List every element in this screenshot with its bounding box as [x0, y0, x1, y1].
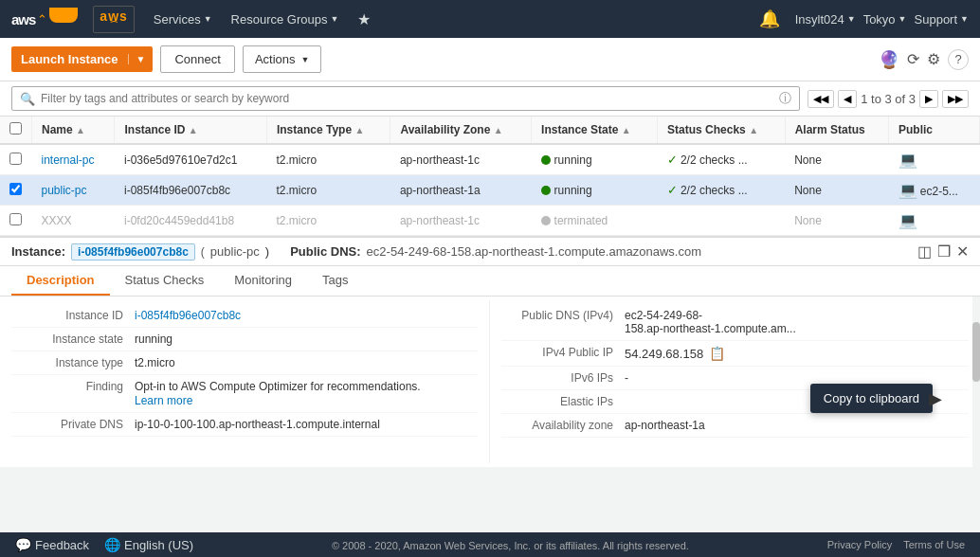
pagination-prev-button[interactable]: ◀: [838, 90, 857, 108]
pagination: ◀◀ ◀ 1 to 3 of 3 ▶ ▶▶: [808, 90, 969, 108]
grid-icon[interactable]: ◫: [917, 243, 932, 261]
table-section: Name ▲ Instance ID ▲ Instance Type ▲ Ava…: [0, 117, 980, 236]
launch-instance-dropdown-icon[interactable]: ▼: [128, 54, 154, 64]
help-icon[interactable]: ?: [948, 49, 969, 70]
row2-public: 💻 ec2-5...: [889, 175, 980, 206]
row1-name: internal-pc: [32, 144, 115, 175]
filter-help-icon[interactable]: ⓘ: [779, 90, 791, 107]
row3-instance-type: t2.micro: [266, 206, 390, 236]
col-instance-id-header[interactable]: Instance ID ▲: [115, 117, 266, 144]
dns-label: Public DNS:: [290, 244, 360, 259]
row2-az: ap-northeast-1a: [390, 175, 532, 206]
detail-label-finding: Finding: [11, 380, 135, 393]
language-icon: 🌐: [104, 537, 120, 552]
nav-support[interactable]: Support ▼: [915, 12, 969, 27]
tab-tags[interactable]: Tags: [307, 266, 363, 296]
footer: 💬 Feedback 🌐 English (US) © 2008 - 2020,…: [0, 532, 980, 557]
nav-resource-groups[interactable]: Resource Groups ▼: [226, 12, 345, 27]
table-row[interactable]: internal-pc i-036e5d97610e7d2c1 t2.micro…: [0, 144, 980, 175]
detail-value-public-dns: ec2-54-249-68-158.ap-northeast-1.compute…: [625, 309, 796, 335]
row3-instance-id: i-0fd20c4459edd41b8: [115, 206, 266, 236]
table-row[interactable]: public-pc i-085f4fb96e007cb8c t2.micro a…: [0, 175, 980, 206]
close-panel-icon[interactable]: ✕: [956, 243, 969, 261]
scrollbar-track[interactable]: [972, 296, 980, 467]
select-all-checkbox[interactable]: [9, 122, 22, 135]
row1-alarm: None: [785, 144, 888, 175]
copy-ipv4-icon[interactable]: 📋: [709, 346, 725, 361]
detail-label-instance-id: Instance ID: [11, 309, 135, 322]
detail-value-ipv6: -: [625, 371, 628, 385]
detail-row-finding: Finding Opt-in to AWS Compute Optimizer …: [11, 375, 478, 413]
row2-name: public-pc: [32, 175, 115, 206]
detail-label-az: Availability zone: [501, 419, 625, 432]
detail-value-finding: Opt-in to AWS Compute Optimizer for reco…: [135, 380, 478, 393]
top-nav: aws ⌃ aws ⁀ Services ▼ Resource Groups ▼…: [0, 0, 980, 38]
nav-bell[interactable]: 🔔: [752, 9, 788, 29]
nav-star[interactable]: ★: [352, 10, 376, 28]
row3-checkbox[interactable]: [0, 206, 32, 236]
actions-button[interactable]: Actions ▼: [243, 45, 322, 73]
details-panel: Instance ID i-085f4fb96e007cb8c Instance…: [0, 296, 980, 467]
col-status-header[interactable]: Status Checks ▲: [658, 117, 786, 144]
row1-status-checks: ✓ 2/2 checks ...: [658, 144, 786, 175]
copy-to-clipboard-tooltip: Copy to clipboard ▶: [810, 384, 933, 413]
nav-services[interactable]: Services ▼: [148, 12, 218, 27]
row2-instance-type: t2.micro: [266, 175, 390, 206]
row3-status-checks: [658, 206, 786, 236]
refresh-icon[interactable]: ⟳: [907, 50, 919, 68]
services-chevron-icon: ▼: [204, 14, 212, 24]
feedback-button[interactable]: 💬 Feedback: [15, 537, 89, 552]
row3-alarm: None: [785, 206, 888, 236]
row2-checkbox[interactable]: [0, 175, 32, 206]
connect-button[interactable]: Connect: [160, 45, 234, 73]
col-instance-type-header[interactable]: Instance Type ▲: [266, 117, 390, 144]
col-alarm-header[interactable]: Alarm Status: [785, 117, 888, 144]
user-chevron-icon: ▼: [847, 14, 856, 24]
row3-state: terminated: [532, 206, 658, 236]
tab-status-checks[interactable]: Status Checks: [110, 266, 220, 296]
privacy-policy-link[interactable]: Privacy Policy: [827, 539, 892, 550]
pagination-next-button[interactable]: ▶: [919, 90, 938, 108]
settings-icon[interactable]: ⚙: [927, 50, 940, 68]
footer-links: Privacy Policy Terms of Use: [827, 539, 965, 550]
detail-label-elastic-ips: Elastic IPs: [501, 395, 625, 408]
tab-description[interactable]: Description: [11, 266, 110, 296]
tab-monitoring[interactable]: Monitoring: [219, 266, 307, 296]
tabs-bar: Description Status Checks Monitoring Tag…: [0, 266, 980, 296]
language-selector[interactable]: 🌐 English (US): [104, 537, 193, 552]
maximize-icon[interactable]: ❒: [937, 243, 951, 261]
row1-instance-type: t2.micro: [266, 144, 390, 175]
col-name-header[interactable]: Name ▲: [32, 117, 115, 144]
col-az-header[interactable]: Availability Zone ▲: [390, 117, 532, 144]
nav-user[interactable]: Insylt024 ▼: [795, 12, 856, 27]
col-state-header[interactable]: Instance State ▲: [532, 117, 658, 144]
aws-logo[interactable]: aws ⌃: [11, 11, 78, 27]
col-checkbox-header[interactable]: [0, 117, 32, 144]
labs-icon[interactable]: 🔮: [879, 49, 899, 70]
scrollbar-thumb[interactable]: [972, 322, 980, 382]
instance-id-badge: i-085f4fb96e007cb8c: [71, 243, 195, 261]
detail-label-ipv6: IPv6 IPs: [501, 371, 625, 385]
detail-row-instance-state: Instance state running: [11, 328, 478, 351]
learn-more-link[interactable]: Learn more: [135, 394, 192, 407]
detail-label-instance-type: Instance type: [11, 356, 135, 369]
launch-instance-button[interactable]: Launch Instance ▼: [11, 46, 153, 72]
search-icon: 🔍: [20, 92, 35, 106]
terms-of-use-link[interactable]: Terms of Use: [903, 539, 965, 550]
table-row[interactable]: XXXX i-0fd20c4459edd41b8 t2.micro ap-nor…: [0, 206, 980, 236]
nav-region[interactable]: Tokyo ▼: [863, 12, 907, 27]
col-public-header[interactable]: Public: [889, 117, 980, 144]
search-input[interactable]: [41, 92, 773, 105]
detail-row-az: Availability zone ap-northeast-1a: [501, 414, 969, 438]
detail-row-instance-type: Instance type t2.micro: [11, 351, 478, 375]
pagination-first-button[interactable]: ◀◀: [808, 90, 834, 108]
aws-logo-box[interactable]: aws ⁀: [93, 6, 134, 33]
detail-value-az: ap-northeast-1a: [625, 419, 705, 432]
row1-instance-id: i-036e5d97610e7d2c1: [115, 144, 266, 175]
pagination-text: 1 to 3 of 3: [861, 92, 916, 106]
row1-checkbox[interactable]: [0, 144, 32, 175]
details-left-col: Instance ID i-085f4fb96e007cb8c Instance…: [0, 300, 490, 463]
pagination-last-button[interactable]: ▶▶: [942, 90, 969, 108]
resource-groups-chevron-icon: ▼: [331, 14, 339, 24]
instance-name: public-pc: [210, 244, 260, 259]
